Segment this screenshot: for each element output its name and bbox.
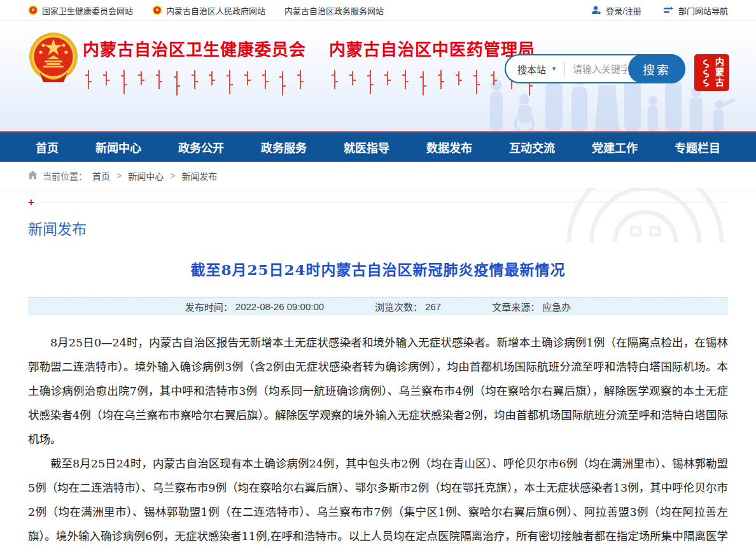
publish-time-value: 2022-08-26 09:00:00	[235, 301, 324, 312]
breadcrumb-bar: 当前位置： 首页 > 新闻中心 > 新闻发布	[0, 162, 756, 190]
nav-item-interaction[interactable]: 互动交流	[509, 139, 555, 155]
view-count-label: 浏览次数：	[375, 300, 423, 313]
site-header: 内蒙古自治区卫生健康委员会 内蒙古自治区中医药管理局 搜本站 ▼ 搜索	[0, 21, 756, 131]
link-gov-site[interactable]: 内蒙古自治区人民政府网站	[152, 4, 265, 17]
article-source-label: 文章来源：	[492, 300, 540, 313]
news-release-section: + 新闻发布	[28, 190, 728, 239]
top-links: 国家卫生健康委员会网站 内蒙古自治区人民政府网站 内蒙古自治区政务服务网站	[28, 4, 384, 17]
plus-marker: +	[28, 197, 34, 208]
search-input[interactable]	[573, 64, 627, 75]
mongolian-script-decoration	[83, 70, 306, 99]
chevron-down-icon: ▼	[551, 66, 557, 72]
breadcrumb-home[interactable]: 首页	[92, 169, 110, 182]
section-divider: +	[28, 197, 728, 208]
national-emblem-icon	[152, 5, 162, 15]
breadcrumb-news-center[interactable]: 新闻中心	[128, 169, 164, 182]
org-title-health-commission: 内蒙古自治区卫生健康委员会	[83, 36, 306, 60]
directory-arrow-icon	[663, 6, 675, 15]
seal-text: 内蒙古	[715, 57, 724, 88]
link-nhc-site[interactable]: 国家卫生健康委员会网站	[28, 4, 133, 17]
top-utility-bar: 国家卫生健康委员会网站 内蒙古自治区人民政府网站 内蒙古自治区政务服务网站 登录…	[0, 0, 756, 21]
nav-item-data-release[interactable]: 数据发布	[426, 139, 472, 155]
article-source-value: 应急办	[542, 300, 571, 313]
search-divider	[564, 62, 565, 76]
search-zone: 搜本站 ▼ 搜索 内蒙古	[505, 54, 729, 91]
breadcrumb-separator: >	[116, 171, 122, 181]
search-scope-label: 搜本站	[517, 62, 546, 76]
publish-time: 发布时间： 2022-08-26 09:00:00	[185, 300, 324, 313]
site-logo-national-emblem[interactable]	[28, 31, 79, 85]
article-title: 截至8月25日24时内蒙古自治区新冠肺炎疫情最新情况	[28, 258, 728, 280]
nav-item-gov-disclosure[interactable]: 政务公开	[178, 139, 224, 155]
link-label: 内蒙古自治区人民政府网站	[166, 4, 265, 17]
site-directory-link[interactable]: 部门网站导航	[663, 4, 728, 17]
view-count: 浏览次数： 267	[375, 300, 441, 313]
seal-script-decoration	[700, 58, 713, 87]
nav-item-party-building[interactable]: 党建工作	[592, 139, 638, 155]
search-bar: 搜本站 ▼ 搜索	[505, 54, 685, 83]
search-button[interactable]: 搜索	[628, 54, 685, 83]
divider-line	[41, 202, 728, 202]
link-label: 国家卫生健康委员会网站	[42, 4, 133, 17]
publish-time-label: 发布时间：	[185, 300, 233, 313]
breadcrumb: 当前位置： 首页 > 新闻中心 > 新闻发布	[28, 162, 728, 190]
breadcrumb-news-release[interactable]: 新闻发布	[181, 169, 217, 182]
section-title: 新闻发布	[28, 217, 728, 239]
login-register-link[interactable]: 登录/注册	[591, 4, 641, 17]
article-meta-bar: 发布时间： 2022-08-26 09:00:00 浏览次数： 267 文章来源…	[28, 297, 728, 315]
article-paragraph: 8月25日0—24时，内蒙古自治区报告无新增本土无症状感染者和境外输入无症状感染…	[28, 330, 728, 451]
article: 截至8月25日24时内蒙古自治区新冠肺炎疫情最新情况 发布时间： 2022-08…	[28, 258, 728, 547]
home-icon	[28, 171, 38, 181]
article-source: 文章来源： 应急办	[492, 300, 571, 313]
red-seal-stamp: 内蒙古	[694, 54, 729, 91]
link-service-site[interactable]: 内蒙古自治区政务服务网站	[284, 4, 384, 17]
nav-item-home[interactable]: 首页	[36, 139, 59, 155]
breadcrumb-separator: >	[170, 171, 175, 181]
breadcrumb-location-label: 当前位置：	[43, 169, 87, 182]
nav-item-gov-services[interactable]: 政务服务	[261, 139, 307, 155]
search-scope-dropdown[interactable]: 搜本站 ▼	[506, 62, 557, 76]
top-account-area: 登录/注册 部门网站导航	[591, 4, 728, 17]
nav-item-medical-guidance[interactable]: 就医指导	[344, 139, 389, 155]
article-paragraph: 截至8月25日24时，内蒙古自治区现有本土确诊病例24例，其中包头市2例（均在青…	[28, 451, 728, 547]
main-navigation: 首页 新闻中心 政务公开 政务服务 就医指导 数据发布 互动交流 党建工作 专题…	[0, 131, 756, 162]
link-label: 内蒙古自治区政务服务网站	[284, 4, 384, 17]
nav-item-special-topics[interactable]: 专题栏目	[675, 139, 720, 155]
view-count-value: 267	[425, 301, 441, 312]
user-icon	[591, 5, 602, 15]
article-body: 8月25日0—24时，内蒙古自治区报告无新增本土无症状感染者和境外输入无症状感染…	[28, 330, 728, 547]
org-titles: 内蒙古自治区卫生健康委员会 内蒙古自治区中医药管理局	[83, 36, 535, 99]
login-label: 登录/注册	[606, 4, 641, 17]
nav-item-news-center[interactable]: 新闻中心	[95, 139, 141, 155]
national-emblem-icon	[28, 5, 38, 15]
directory-label: 部门网站导航	[678, 4, 728, 17]
